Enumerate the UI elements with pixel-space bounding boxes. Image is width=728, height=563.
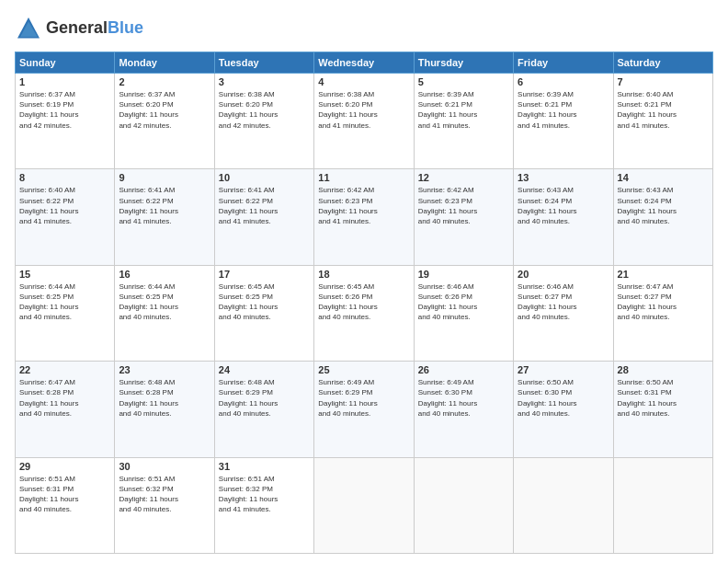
day-number: 2: [119, 76, 210, 87]
day-number: 18: [318, 269, 409, 280]
day-number: 7: [618, 76, 709, 87]
cell-details: Sunrise: 6:48 AMSunset: 6:28 PMDaylight:…: [119, 377, 210, 419]
day-cell: 25Sunrise: 6:49 AMSunset: 6:29 PMDayligh…: [314, 362, 414, 457]
cell-details: Sunrise: 6:38 AMSunset: 6:20 PMDaylight:…: [219, 89, 310, 131]
day-number: 29: [19, 461, 110, 472]
cell-details: Sunrise: 6:47 AMSunset: 6:28 PMDaylight:…: [19, 377, 110, 419]
day-cell: 28Sunrise: 6:50 AMSunset: 6:31 PMDayligh…: [613, 362, 712, 457]
day-number: 5: [418, 76, 509, 87]
day-header-saturday: Saturday: [613, 52, 712, 74]
day-number: 30: [119, 461, 210, 472]
cell-details: Sunrise: 6:39 AMSunset: 6:21 PMDaylight:…: [518, 89, 609, 131]
day-cell: 6Sunrise: 6:39 AMSunset: 6:21 PMDaylight…: [514, 74, 613, 169]
day-cell: 1Sunrise: 6:37 AMSunset: 6:19 PMDaylight…: [16, 74, 115, 169]
day-number: 9: [119, 172, 210, 183]
day-cell: 29Sunrise: 6:51 AMSunset: 6:31 PMDayligh…: [16, 457, 115, 553]
day-cell: 10Sunrise: 6:41 AMSunset: 6:22 PMDayligh…: [214, 169, 313, 265]
day-number: 11: [318, 172, 409, 183]
day-number: 15: [19, 269, 110, 280]
day-cell: 2Sunrise: 6:37 AMSunset: 6:20 PMDaylight…: [115, 74, 214, 169]
day-number: 12: [418, 172, 509, 183]
cell-details: Sunrise: 6:43 AMSunset: 6:24 PMDaylight:…: [518, 185, 609, 226]
cell-details: Sunrise: 6:39 AMSunset: 6:21 PMDaylight:…: [418, 89, 509, 131]
cell-details: Sunrise: 6:40 AMSunset: 6:22 PMDaylight:…: [19, 185, 110, 226]
header-row: SundayMondayTuesdayWednesdayThursdayFrid…: [16, 52, 713, 74]
cell-details: Sunrise: 6:43 AMSunset: 6:24 PMDaylight:…: [618, 185, 709, 226]
day-number: 17: [219, 269, 310, 280]
day-cell: [314, 457, 414, 553]
day-number: 1: [19, 76, 110, 87]
day-number: 20: [518, 269, 609, 280]
day-cell: [613, 457, 712, 553]
calendar-table: SundayMondayTuesdayWednesdayThursdayFrid…: [15, 52, 713, 554]
cell-details: Sunrise: 6:47 AMSunset: 6:27 PMDaylight:…: [618, 282, 709, 323]
day-cell: 15Sunrise: 6:44 AMSunset: 6:25 PMDayligh…: [16, 265, 115, 361]
cell-details: Sunrise: 6:50 AMSunset: 6:30 PMDaylight:…: [518, 377, 609, 419]
cell-details: Sunrise: 6:51 AMSunset: 6:32 PMDaylight:…: [219, 474, 310, 515]
logo: GeneralBlue: [15, 15, 143, 42]
day-number: 13: [518, 172, 609, 183]
cell-details: Sunrise: 6:37 AMSunset: 6:19 PMDaylight:…: [19, 89, 110, 131]
logo-icon: [15, 15, 42, 42]
day-header-tuesday: Tuesday: [214, 52, 313, 74]
day-cell: 23Sunrise: 6:48 AMSunset: 6:28 PMDayligh…: [115, 362, 214, 457]
cell-details: Sunrise: 6:49 AMSunset: 6:29 PMDaylight:…: [318, 377, 409, 419]
day-header-monday: Monday: [115, 52, 214, 74]
day-cell: 21Sunrise: 6:47 AMSunset: 6:27 PMDayligh…: [613, 265, 712, 361]
day-cell: 14Sunrise: 6:43 AMSunset: 6:24 PMDayligh…: [613, 169, 712, 265]
cell-details: Sunrise: 6:46 AMSunset: 6:27 PMDaylight:…: [518, 282, 609, 323]
day-header-friday: Friday: [514, 52, 613, 74]
day-number: 3: [219, 76, 310, 87]
day-cell: 4Sunrise: 6:38 AMSunset: 6:20 PMDaylight…: [314, 74, 414, 169]
week-row-1: 1Sunrise: 6:37 AMSunset: 6:19 PMDaylight…: [16, 74, 713, 169]
day-cell: 12Sunrise: 6:42 AMSunset: 6:23 PMDayligh…: [414, 169, 513, 265]
day-cell: 16Sunrise: 6:44 AMSunset: 6:25 PMDayligh…: [115, 265, 214, 361]
day-cell: 27Sunrise: 6:50 AMSunset: 6:30 PMDayligh…: [514, 362, 613, 457]
cell-details: Sunrise: 6:41 AMSunset: 6:22 PMDaylight:…: [119, 185, 210, 226]
day-number: 24: [219, 364, 310, 375]
day-cell: 8Sunrise: 6:40 AMSunset: 6:22 PMDaylight…: [16, 169, 115, 265]
day-cell: [514, 457, 613, 553]
day-cell: 26Sunrise: 6:49 AMSunset: 6:30 PMDayligh…: [414, 362, 513, 457]
day-number: 6: [518, 76, 609, 87]
cell-details: Sunrise: 6:41 AMSunset: 6:22 PMDaylight:…: [219, 185, 310, 226]
cell-details: Sunrise: 6:37 AMSunset: 6:20 PMDaylight:…: [119, 89, 210, 131]
day-number: 22: [19, 364, 110, 375]
day-header-wednesday: Wednesday: [314, 52, 414, 74]
day-number: 23: [119, 364, 210, 375]
cell-details: Sunrise: 6:50 AMSunset: 6:31 PMDaylight:…: [618, 377, 709, 419]
day-number: 16: [119, 269, 210, 280]
day-cell: 20Sunrise: 6:46 AMSunset: 6:27 PMDayligh…: [514, 265, 613, 361]
cell-details: Sunrise: 6:44 AMSunset: 6:25 PMDaylight:…: [119, 282, 210, 323]
day-number: 19: [418, 269, 509, 280]
day-header-sunday: Sunday: [16, 52, 115, 74]
page: GeneralBlue SundayMondayTuesdayWednesday…: [0, 0, 728, 563]
cell-details: Sunrise: 6:38 AMSunset: 6:20 PMDaylight:…: [318, 89, 409, 131]
cell-details: Sunrise: 6:51 AMSunset: 6:32 PMDaylight:…: [119, 474, 210, 515]
day-cell: 9Sunrise: 6:41 AMSunset: 6:22 PMDaylight…: [115, 169, 214, 265]
day-cell: 31Sunrise: 6:51 AMSunset: 6:32 PMDayligh…: [214, 457, 313, 553]
day-cell: 17Sunrise: 6:45 AMSunset: 6:25 PMDayligh…: [214, 265, 313, 361]
week-row-3: 15Sunrise: 6:44 AMSunset: 6:25 PMDayligh…: [16, 265, 713, 361]
day-number: 10: [219, 172, 310, 183]
day-cell: 3Sunrise: 6:38 AMSunset: 6:20 PMDaylight…: [214, 74, 313, 169]
cell-details: Sunrise: 6:51 AMSunset: 6:31 PMDaylight:…: [19, 474, 110, 515]
day-number: 25: [318, 364, 409, 375]
cell-details: Sunrise: 6:48 AMSunset: 6:29 PMDaylight:…: [219, 377, 310, 419]
day-cell: 22Sunrise: 6:47 AMSunset: 6:28 PMDayligh…: [16, 362, 115, 457]
cell-details: Sunrise: 6:44 AMSunset: 6:25 PMDaylight:…: [19, 282, 110, 323]
day-cell: 24Sunrise: 6:48 AMSunset: 6:29 PMDayligh…: [214, 362, 313, 457]
header: GeneralBlue: [15, 15, 713, 42]
day-number: 26: [418, 364, 509, 375]
day-number: 4: [318, 76, 409, 87]
day-cell: 7Sunrise: 6:40 AMSunset: 6:21 PMDaylight…: [613, 74, 712, 169]
day-number: 27: [518, 364, 609, 375]
cell-details: Sunrise: 6:42 AMSunset: 6:23 PMDaylight:…: [318, 185, 409, 226]
day-number: 28: [618, 364, 709, 375]
logo-text: GeneralBlue: [46, 19, 143, 38]
week-row-4: 22Sunrise: 6:47 AMSunset: 6:28 PMDayligh…: [16, 362, 713, 457]
week-row-2: 8Sunrise: 6:40 AMSunset: 6:22 PMDaylight…: [16, 169, 713, 265]
day-cell: [414, 457, 513, 553]
day-number: 14: [618, 172, 709, 183]
day-header-thursday: Thursday: [414, 52, 513, 74]
